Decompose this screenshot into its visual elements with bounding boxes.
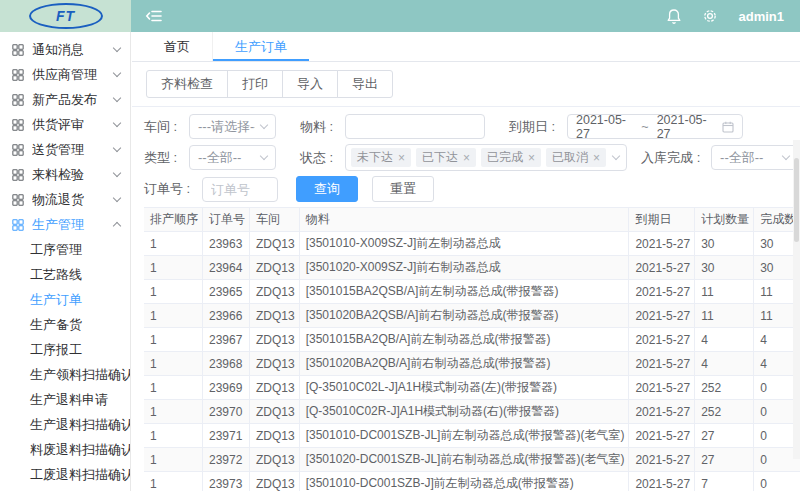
table-row[interactable]: 123968ZDQ13[3501020BA2QB/A]前右制动器总成(带报警器)… (144, 352, 800, 376)
table-cell: ZDQ13 (250, 448, 300, 472)
order-no-input[interactable] (202, 177, 278, 202)
table-cell: 1 (144, 352, 203, 376)
status-tag[interactable]: 已完成 × (481, 148, 541, 167)
sidebar-item-notice[interactable]: 通知消息 (0, 37, 130, 62)
table-cell: [3501010-DC001SZB-J]前左制动器总成(带报警器) (299, 472, 629, 491)
chevron-down-icon (113, 119, 121, 127)
status-tag[interactable]: 未下达 × (351, 148, 411, 167)
sidebar-item-new-product[interactable]: 新产品发布 (0, 87, 130, 112)
scrollbar-thumb[interactable] (794, 158, 799, 242)
sidebar-subitem-scrap-work-return-scan[interactable]: 工废退料扫描确认 (0, 462, 130, 487)
sidebar-item-incoming-inspect[interactable]: 来料检验 (0, 162, 130, 187)
table-header-row: 排产顺序订单号车间物料到期日计划数量完成数量仓库压线铺缝 (144, 208, 800, 232)
table-row[interactable]: 123971ZDQ13[3501010-DC001SZB-JL]前左制动器总成(… (144, 424, 800, 448)
table-row[interactable]: 123965ZDQ13[3501015BA2QSB/A]前左制动器总成(带报警器… (144, 280, 800, 304)
sidebar-subitem-process-report[interactable]: 工序报工 (0, 337, 130, 362)
due-date-range-picker[interactable]: 2021-05-27 ~ 2021-05-27 (567, 114, 743, 139)
sidebar-item-supplier[interactable]: 供应商管理 (0, 62, 130, 87)
notification-bell-icon[interactable] (666, 8, 682, 25)
tab-production-order[interactable]: 生产订单 (213, 32, 309, 61)
status-tag[interactable]: 已取消 × (546, 148, 606, 167)
query-button[interactable]: 查询 (296, 176, 358, 202)
table-cell: 252 (695, 376, 754, 400)
sidebar-item-label: 新产品发布 (32, 91, 114, 109)
table-cell: ZDQ13 (250, 256, 300, 280)
import-button[interactable]: 导入 (282, 70, 338, 98)
workshop-select[interactable]: ---请选择--- (189, 114, 276, 139)
table-cell: 11 (695, 304, 754, 328)
menu-grid-icon (12, 194, 24, 206)
table-cell: 23970 (203, 400, 250, 424)
sidebar: 通知消息供应商管理新产品发布供货评审送货管理来料检验物流退货生产管理工序管理工艺… (0, 32, 131, 491)
table-cell: 2021-5-27 (629, 232, 695, 256)
sidebar-item-delivery[interactable]: 送货管理 (0, 137, 130, 162)
sidebar-item-supply-review[interactable]: 供货评审 (0, 112, 130, 137)
status-tag[interactable]: 已下达 × (416, 148, 476, 167)
vertical-scrollbar[interactable] (793, 140, 800, 459)
table-cell: 1 (144, 400, 203, 424)
table-cell: 1 (144, 448, 203, 472)
reset-button[interactable]: 重置 (372, 176, 434, 202)
tag-close-icon[interactable]: × (528, 152, 535, 164)
material-check-button[interactable]: 齐料检查 (146, 70, 228, 98)
sidebar-subitem-production-order[interactable]: 生产订单 (0, 287, 130, 312)
sidebar-subitem-material-pick-scan[interactable]: 生产领料扫描确认 (0, 362, 130, 387)
table-cell: ZDQ13 (250, 328, 300, 352)
username[interactable]: admin1 (738, 9, 784, 24)
column-header: 车间 (250, 208, 300, 232)
tag-close-icon[interactable]: × (593, 152, 600, 164)
inbound-complete-label: 入库完成 : (641, 149, 711, 167)
table-cell: 11 (695, 280, 754, 304)
table-row[interactable]: 123963ZDQ13[3501010-X009SZ-J]前左制动器总成2021… (144, 232, 800, 256)
menu-grid-icon (12, 94, 24, 106)
table-row[interactable]: 123972ZDQ13[3501020-DC001SZB-JL]前右制动器总成(… (144, 448, 800, 472)
table-cell: 7 (695, 472, 754, 491)
chevron-down-icon (113, 144, 121, 152)
sidebar-item-label: 物流退货 (32, 191, 114, 209)
sidebar-subitem-production-stock[interactable]: 生产备货 (0, 312, 130, 337)
menu-fold-icon[interactable] (145, 8, 163, 24)
type-label: 类型 : (144, 149, 189, 167)
orders-table: 排产顺序订单号车间物料到期日计划数量完成数量仓库压线铺缝 123963ZDQ13… (144, 207, 800, 491)
table-cell: 1 (144, 424, 203, 448)
tag-close-icon[interactable]: × (463, 152, 470, 164)
inbound-complete-select[interactable]: --全部-- (711, 145, 798, 170)
type-select[interactable]: --全部-- (189, 145, 276, 170)
sidebar-subitem-material-return-apply[interactable]: 生产退料申请 (0, 387, 130, 412)
table-row[interactable]: 123964ZDQ13[3501020-X009SZ-J]前右制动器总成2021… (144, 256, 800, 280)
export-button[interactable]: 导出 (337, 70, 393, 98)
table-cell: [Q-35010C02L-J]A1H模式制动器(左)(带报警器) (299, 376, 629, 400)
table-cell: 1 (144, 328, 203, 352)
table-cell: 23966 (203, 304, 250, 328)
table-cell: 23969 (203, 376, 250, 400)
print-button[interactable]: 打印 (227, 70, 283, 98)
inbound-select-value: --全部-- (720, 149, 763, 167)
sidebar-item-label: 送货管理 (32, 141, 114, 159)
sidebar-subitem-scrap-material-return-scan[interactable]: 料废退料扫描确认 (0, 437, 130, 462)
status-multiselect[interactable]: 未下达 × 已下达 × 已完成 × 已取消 × (345, 144, 627, 171)
table-cell: 4 (695, 328, 754, 352)
tab-home[interactable]: 首页 (142, 32, 213, 61)
sidebar-subitem-process-mgmt[interactable]: 工序管理 (0, 237, 130, 262)
sidebar-item-logistics-return[interactable]: 物流退货 (0, 187, 130, 212)
sidebar-subitem-process-route[interactable]: 工艺路线 (0, 262, 130, 287)
table-row[interactable]: 123967ZDQ13[3501015BA2QB/A]前左制动器总成(带报警器)… (144, 328, 800, 352)
tag-close-icon[interactable]: × (398, 152, 405, 164)
table-row[interactable]: 123973ZDQ13[3501010-DC001SZB-J]前左制动器总成(带… (144, 472, 800, 491)
filter-row-1: 车间 : ---请选择--- 物料 : 到期日 : 2021-05-27 ~ 2… (144, 114, 800, 139)
table-row[interactable]: 123966ZDQ13[3501020BA2QSB/A]前右制动器总成(带报警器… (144, 304, 800, 328)
table-cell: 2021-5-27 (629, 424, 695, 448)
table-cell: ZDQ13 (250, 400, 300, 424)
sidebar-subitem-material-return-scan[interactable]: 生产退料扫描确认 (0, 412, 130, 437)
material-input[interactable] (345, 114, 485, 139)
table-cell: 23967 (203, 328, 250, 352)
table-cell: 2021-5-27 (629, 376, 695, 400)
table-cell: [3501015BA2QSB/A]前左制动器总成(带报警器) (299, 280, 629, 304)
sidebar-item-production[interactable]: 生产管理 (0, 212, 130, 237)
table-row[interactable]: 123970ZDQ13[Q-35010C02R-J]A1H模式制动器(右)(带报… (144, 400, 800, 424)
table-cell: 2021-5-27 (629, 472, 695, 491)
table-row[interactable]: 123969ZDQ13[Q-35010C02L-J]A1H模式制动器(左)(带报… (144, 376, 800, 400)
chevron-down-icon (113, 194, 121, 202)
table-cell: 2021-5-27 (629, 304, 695, 328)
settings-gear-icon[interactable] (702, 8, 718, 24)
